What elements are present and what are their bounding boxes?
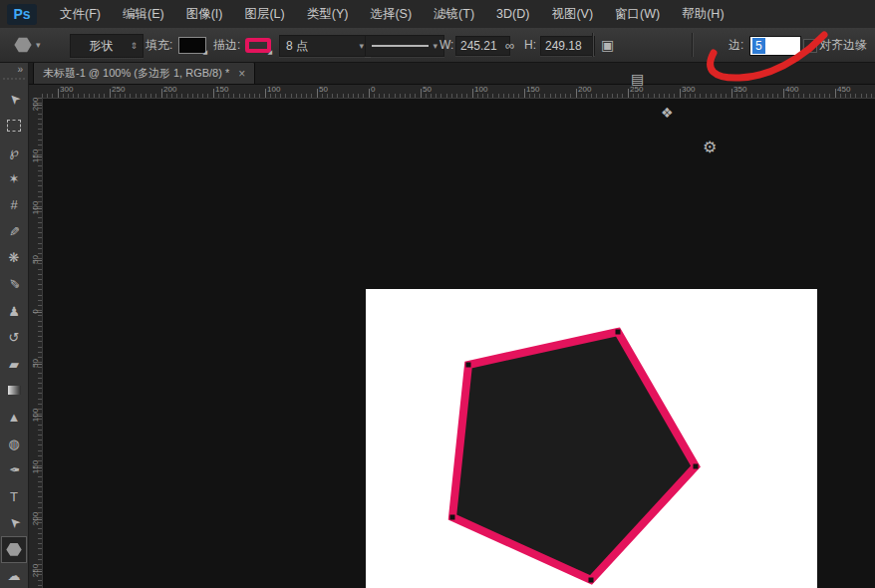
stroke-style-line <box>372 45 429 47</box>
width-label: W: <box>439 28 453 62</box>
collapse-icon: » <box>17 64 23 75</box>
pen-tool[interactable]: ✒ <box>1 456 27 483</box>
tool-mode-select[interactable]: 形状 ⇕ <box>70 34 144 58</box>
sides-label: 边: <box>729 28 743 62</box>
dodge-tool[interactable]: ◍ <box>1 431 27 457</box>
height-field[interactable]: 249.18 <box>540 36 595 56</box>
sides-value-selected: 5 <box>752 38 765 54</box>
menu-item[interactable]: 3D(D) <box>485 0 540 28</box>
path-ops-glyph: ▣ <box>601 37 614 53</box>
blur-tool[interactable]: ▲ <box>1 404 27 431</box>
menu-item[interactable]: 图像(I) <box>175 0 234 28</box>
height-value: 249.18 <box>545 39 582 53</box>
align-edges-checkbox[interactable]: ✓ <box>803 39 817 53</box>
path-arrangement-icon[interactable]: ❖ ◢ <box>661 96 875 130</box>
ruler-label: 100 <box>31 201 40 215</box>
document-tab[interactable]: 未标题-1 @ 100% (多边形 1, RGB/8) * × <box>33 62 255 84</box>
chevron-down-icon[interactable]: ▾ <box>36 40 41 50</box>
fill-label: 填充: <box>146 28 172 62</box>
menu-item[interactable]: 帮助(H) <box>671 0 734 28</box>
height-label: H: <box>524 28 536 62</box>
ruler-label: 150 <box>31 149 40 163</box>
photoshop-logo: Ps <box>7 4 37 25</box>
anchor-point[interactable] <box>466 363 471 368</box>
anchor-point[interactable] <box>694 464 699 469</box>
check-icon: ✓ <box>806 40 814 51</box>
ruler-label: 100 <box>474 85 487 94</box>
stroke-label: 描边: <box>213 28 240 62</box>
ruler-label: 200 <box>578 85 591 94</box>
menu-item[interactable]: 窗口(W) <box>604 0 671 28</box>
width-value: 245.21 <box>460 39 497 53</box>
marquee-tool[interactable] <box>1 113 27 140</box>
separator <box>592 33 593 57</box>
polygon-tool-preset[interactable]: ▾ <box>14 28 41 62</box>
fill-color-swatch[interactable]: ◢ <box>178 28 206 62</box>
ruler-label: 0 <box>31 305 40 319</box>
gear-glyph: ⚙ <box>703 138 717 156</box>
corner-caret-icon: ◢ <box>202 48 207 55</box>
spot-healing-brush-tool[interactable]: ❋ <box>1 245 27 272</box>
clone-stamp-tool[interactable]: ♟ <box>1 298 27 325</box>
anchor-point[interactable] <box>616 330 621 335</box>
spinner-icon: ⇕ <box>130 41 138 51</box>
menu-item[interactable]: 滤镜(T) <box>423 0 485 28</box>
sides-input[interactable]: 5 <box>749 36 801 56</box>
link-dimensions-icon[interactable]: ∞ <box>505 28 514 62</box>
ruler-label: 50 <box>423 85 432 94</box>
ruler-label: 150 <box>31 460 40 474</box>
crop-tool[interactable]: # <box>1 191 27 218</box>
eraser-tool[interactable]: ▰ <box>1 351 27 378</box>
tool-options-bar: ▾ 形状 ⇕ 填充: ◢ 描边: ◢ 8 点 ▾ ▾ W: 245.21 ∞ H… <box>0 28 875 63</box>
close-icon[interactable]: × <box>238 67 245 81</box>
path-arrange-glyph: ❖ <box>661 105 674 121</box>
path-align-glyph: ▤ <box>631 71 644 87</box>
anchor-point[interactable] <box>450 515 455 520</box>
stroke-color-swatch[interactable]: ◢ <box>245 28 271 62</box>
panel-divider <box>3 78 25 85</box>
document-tab-title: 未标题-1 @ 100% (多边形 1, RGB/8) * <box>43 66 229 81</box>
chevron-down-icon: ▾ <box>433 41 438 51</box>
stroke-width-select[interactable]: 8 点 ▾ <box>279 35 371 57</box>
collapse-panel-button[interactable]: » <box>0 62 28 76</box>
ruler-label: 50 <box>319 85 328 94</box>
menu-item[interactable]: 类型(Y) <box>296 0 360 28</box>
path-alignment-icon[interactable]: ▤ ◢ <box>631 62 875 96</box>
menu-item[interactable]: 编辑(E) <box>112 0 175 28</box>
vertical-ruler[interactable]: 20015010050050100150200250 <box>28 98 43 588</box>
hand-tool[interactable]: ☁ <box>1 563 27 588</box>
polygon-icon <box>6 542 22 556</box>
lasso-tool[interactable]: ℘ <box>1 139 27 165</box>
ruler-label: 150 <box>526 85 539 94</box>
width-field[interactable]: 245.21 <box>455 36 510 56</box>
ruler-label: 150 <box>215 85 228 94</box>
geometry-options-gear-icon[interactable]: ⚙ ◢ <box>703 130 875 163</box>
align-edges-label: 对齐边缘 <box>819 28 867 62</box>
polygon-shape-tool[interactable] <box>1 536 27 563</box>
tools-list: ➤ ℘ ✶ # ✎ <box>0 86 28 588</box>
menu-item[interactable]: 图层(L) <box>233 0 295 28</box>
brush-tool[interactable]: ✐ <box>1 271 27 298</box>
ruler-label: 250 <box>112 85 125 94</box>
separator <box>692 33 693 57</box>
magic-wand-tool[interactable]: ✶ <box>1 165 27 192</box>
ruler-label: 200 <box>31 512 40 526</box>
eyedropper-tool[interactable]: ✎ <box>1 218 27 245</box>
ruler-label: 100 <box>267 85 280 94</box>
menu-item[interactable]: 视图(V) <box>540 0 604 28</box>
ruler-corner <box>28 84 43 99</box>
path-selection-tool[interactable]: ➤ <box>1 510 27 537</box>
move-tool[interactable]: ➤ <box>1 86 27 113</box>
menu-bar: Ps 文件(F)编辑(E)图像(I)图层(L)类型(Y)选择(S)滤镜(T)3D… <box>0 0 875 29</box>
ruler-label: 0 <box>371 85 375 94</box>
ruler-label: 50 <box>31 253 40 267</box>
history-brush-tool[interactable]: ↺ <box>1 324 27 351</box>
anchor-point[interactable] <box>589 578 594 583</box>
menu-item[interactable]: 选择(S) <box>359 0 423 28</box>
stroke-style-select[interactable]: ▾ <box>365 35 444 57</box>
menu-item[interactable]: 文件(F) <box>49 0 112 28</box>
type-tool[interactable]: T <box>1 483 27 510</box>
ruler-label: 250 <box>31 564 40 578</box>
gradient-tool[interactable] <box>1 378 27 405</box>
ruler-label: 300 <box>60 85 73 94</box>
